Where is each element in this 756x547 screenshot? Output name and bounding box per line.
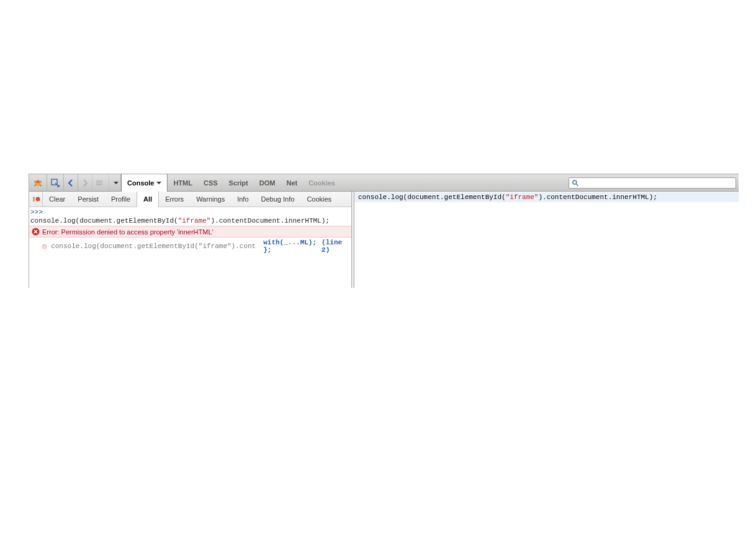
profile-button[interactable]: Profile — [105, 192, 137, 207]
svg-point-11 — [42, 244, 47, 248]
filter-errors[interactable]: Errors — [159, 192, 190, 207]
cmd-text-pre: console.log(document.getElementById( — [358, 193, 506, 201]
svg-rect-5 — [96, 184, 102, 185]
nav-back-button[interactable] — [64, 174, 78, 192]
command-editor-line[interactable]: console.log(document.getElementById("ifr… — [354, 192, 739, 202]
menu-lines-icon — [96, 180, 105, 186]
tab-label: Net — [286, 179, 297, 187]
nav-forward-button[interactable] — [78, 174, 92, 192]
pause-stop-icon — [32, 195, 40, 203]
filter-cookies[interactable]: Cookies — [300, 192, 338, 207]
tab-label: Cookies — [308, 179, 335, 187]
svg-rect-3 — [96, 180, 102, 182]
label: Profile — [111, 195, 130, 203]
search-box[interactable] — [569, 177, 736, 189]
inspect-icon — [51, 179, 60, 187]
executed-command-row: >>> console.log(document.getElementById(… — [29, 207, 351, 226]
cmd-text-str: "iframe" — [506, 193, 539, 201]
tab-cookies[interactable]: Cookies — [303, 174, 341, 192]
cmd-text-str: "iframe" — [178, 217, 211, 225]
split-body: Clear Persist Profile All Errors Warning… — [29, 192, 739, 288]
tab-label: DOM — [259, 179, 276, 187]
cmd-text-pre: console.log(document.getElementById( — [30, 217, 178, 225]
error-row[interactable]: Error: Permission denied to access prope… — [29, 226, 351, 238]
chevron-right-icon — [82, 179, 88, 187]
svg-point-6 — [573, 180, 577, 184]
prompt-label: >>> — [30, 208, 43, 216]
trace-code: console.log(document.getElementById("ifr… — [51, 242, 256, 250]
console-output-pane: Clear Persist Profile All Errors Warning… — [29, 192, 352, 288]
svg-rect-4 — [96, 182, 102, 184]
console-sub-toolbar: Clear Persist Profile All Errors Warning… — [29, 192, 351, 207]
panel-menu-dropdown[interactable] — [109, 174, 121, 192]
firebug-icon-button[interactable] — [29, 174, 47, 192]
svg-rect-8 — [33, 197, 35, 202]
cmd-text-post: ).contentDocument.innerHTML); — [210, 217, 329, 225]
label: Cookies — [307, 195, 331, 203]
caret-down-icon — [156, 182, 161, 184]
caret-down-icon — [114, 182, 119, 184]
filter-debuginfo[interactable]: Debug Info — [255, 192, 301, 207]
stack-trace-row[interactable]: console.log(document.getElementById("ifr… — [29, 238, 351, 255]
label: All — [143, 195, 152, 203]
panel-tabs: Console HTML CSS Script DOM Net Cookies — [121, 174, 341, 192]
tab-script[interactable]: Script — [223, 174, 254, 192]
filter-warnings[interactable]: Warnings — [190, 192, 231, 207]
clear-button[interactable]: Clear — [43, 192, 71, 207]
tab-html[interactable]: HTML — [168, 174, 198, 192]
tab-label: CSS — [204, 179, 218, 187]
svg-point-1 — [36, 180, 40, 183]
trace-location: (line 2) — [322, 239, 349, 254]
search-input[interactable] — [578, 179, 733, 187]
main-toolbar: Console HTML CSS Script DOM Net Cookies — [29, 174, 739, 192]
trace-link[interactable]: with(_...ML); }; — [263, 239, 318, 254]
error-text: Error: Permission denied to access prope… — [42, 228, 214, 236]
tab-css[interactable]: CSS — [198, 174, 223, 192]
label: Clear — [49, 195, 65, 203]
chevron-left-icon — [68, 179, 74, 187]
svg-point-9 — [35, 197, 40, 202]
inspect-button[interactable] — [47, 174, 64, 192]
tab-label: HTML — [173, 179, 192, 187]
label: Errors — [165, 195, 184, 203]
breakpoint-icon — [42, 243, 47, 250]
command-editor-pane[interactable]: console.log(document.getElementById("ifr… — [354, 192, 739, 288]
tab-label: Console — [127, 179, 154, 187]
persist-button[interactable]: Persist — [71, 192, 105, 207]
tab-label: Script — [229, 179, 248, 187]
svg-line-7 — [576, 184, 578, 185]
label: Persist — [78, 195, 99, 203]
filter-info[interactable]: Info — [231, 192, 254, 207]
panel-menu-button[interactable] — [92, 174, 109, 192]
search-wrap — [569, 177, 736, 189]
label: Warnings — [196, 195, 225, 203]
label: Debug Info — [261, 195, 295, 203]
filter-all[interactable]: All — [137, 192, 159, 207]
label: Info — [237, 195, 248, 203]
firebug-panel: Console HTML CSS Script DOM Net Cookies — [29, 174, 739, 288]
tab-dom[interactable]: DOM — [254, 174, 281, 192]
tab-net[interactable]: Net — [281, 174, 303, 192]
bug-icon — [33, 179, 43, 187]
break-on-error-toggle[interactable] — [29, 192, 43, 207]
cmd-text-post: ).contentDocument.innerHTML); — [538, 193, 657, 201]
search-icon — [572, 179, 578, 187]
tab-console[interactable]: Console — [121, 174, 168, 192]
error-icon — [32, 228, 40, 236]
